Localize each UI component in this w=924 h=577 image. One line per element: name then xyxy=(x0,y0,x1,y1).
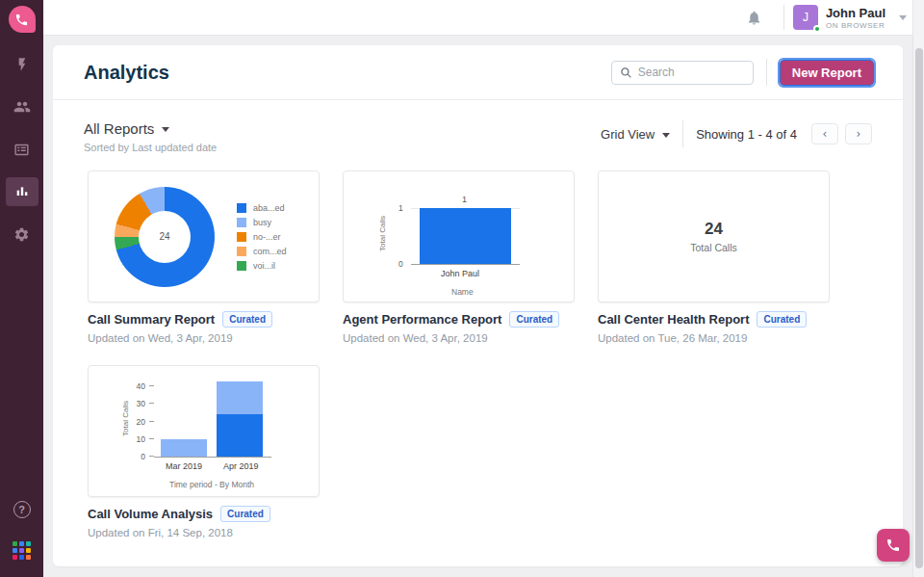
sorted-by-text: Sorted by Last updated date xyxy=(84,142,217,153)
legend-swatch xyxy=(237,203,246,213)
freshcaller-logo[interactable] xyxy=(9,6,36,33)
report-title[interactable]: Call Summary Report xyxy=(88,312,215,327)
apps-grid-dot xyxy=(13,555,17,560)
reports-filter-dropdown[interactable]: All Reports xyxy=(84,120,217,137)
donut-legend: aba...edbusyno-...ercom...edvoi...il xyxy=(237,200,287,273)
search-input[interactable] xyxy=(638,66,745,79)
report-title[interactable]: Agent Performance Report xyxy=(343,312,501,327)
legend-item: no-...er xyxy=(237,232,287,242)
apps-grid-icon[interactable] xyxy=(13,541,31,560)
sidebar: ? xyxy=(0,0,43,577)
phone-logo-icon xyxy=(14,13,29,27)
legend-item: voi...il xyxy=(237,261,287,271)
view-select-dropdown[interactable]: Grid View xyxy=(601,127,670,142)
stacked-bar-plot-area: 010203040 xyxy=(154,381,271,458)
report-updated-text: Updated on Wed, 3 Apr, 2019 xyxy=(343,332,575,344)
x-tick: John Paul xyxy=(441,269,479,278)
sidebar-item-team[interactable] xyxy=(6,92,38,121)
y-axis-title: Total Calls xyxy=(378,216,387,251)
y-tick-mark xyxy=(149,438,154,439)
y-axis-title: Total Calls xyxy=(121,401,130,436)
apps-grid-dot xyxy=(13,548,17,553)
analytics-bar-chart-icon xyxy=(14,184,30,199)
apps-grid-dot xyxy=(26,555,31,560)
search-icon xyxy=(620,66,638,79)
y-tick: 40 xyxy=(137,381,145,391)
analytics-panel: Analytics New Report All Reports Sorted xyxy=(53,45,903,566)
curated-badge: Curated xyxy=(509,311,559,328)
view-select-label: Grid View xyxy=(601,127,654,142)
call-volume-chart-thumbnail[interactable]: Total Calls 010203040 Mar 2019 Apr 2019 … xyxy=(88,365,320,497)
lightning-icon xyxy=(14,57,30,72)
report-updated-text: Updated on Wed, 3 Apr, 2019 xyxy=(88,332,320,344)
topbar: J John Paul ON BROWSER xyxy=(43,0,912,36)
apps-grid-dot xyxy=(13,541,17,546)
team-icon xyxy=(13,98,31,116)
donut-center-label: 24 xyxy=(159,231,169,242)
report-title[interactable]: Call Volume Analysis xyxy=(88,507,213,521)
help-icon[interactable]: ? xyxy=(13,501,31,518)
contact-card-icon xyxy=(13,142,30,158)
topbar-divider xyxy=(783,5,784,30)
y-tick-mark xyxy=(149,421,154,422)
apps-grid-dot xyxy=(26,548,31,553)
search-box[interactable] xyxy=(611,61,754,85)
avatar[interactable]: J xyxy=(793,5,818,30)
sidebar-item-analytics[interactable] xyxy=(6,177,38,206)
bar-john-paul xyxy=(420,208,511,264)
panel-header: Analytics New Report xyxy=(53,45,903,100)
bar-plot-area: 1 0 1 xyxy=(411,208,520,265)
reports-filter-label: All Reports xyxy=(84,120,154,137)
y-tick-mark xyxy=(149,456,154,457)
legend-item: aba...ed xyxy=(237,203,287,213)
legend-label: voi...il xyxy=(253,261,275,271)
bar-segment xyxy=(217,414,263,457)
header-divider xyxy=(766,59,767,86)
user-status: ON BROWSER xyxy=(826,21,886,30)
next-page-button[interactable]: › xyxy=(845,123,872,144)
legend-item: busy xyxy=(237,218,287,227)
scrollbar-thumb[interactable] xyxy=(915,48,923,568)
page-title: Analytics xyxy=(84,62,169,84)
y-tick: 10 xyxy=(137,434,145,444)
legend-label: aba...ed xyxy=(253,203,285,213)
report-card-call-volume: Total Calls 010203040 Mar 2019 Apr 2019 … xyxy=(88,365,320,538)
avatar-initial: J xyxy=(803,11,808,24)
legend-label: com...ed xyxy=(253,247,287,256)
toolbar: All Reports Sorted by Last updated date … xyxy=(53,100,903,153)
y-tick-mark xyxy=(149,403,154,404)
scrollbar-track[interactable] xyxy=(912,0,924,577)
chevron-down-icon[interactable] xyxy=(899,15,907,20)
stacked-bar-apr-2019 xyxy=(217,381,263,457)
x-axis-title: Time period - By Month xyxy=(169,480,254,489)
curated-badge: Curated xyxy=(222,311,272,328)
legend-swatch xyxy=(237,232,246,242)
phone-dialer-button[interactable] xyxy=(877,529,910,562)
legend-swatch xyxy=(237,261,246,271)
sidebar-item-contacts[interactable] xyxy=(6,135,38,164)
call-center-health-chart-thumbnail[interactable]: 24 Total Calls xyxy=(598,170,830,302)
y-tick-mark xyxy=(149,385,154,386)
report-updated-text: Updated on Fri, 14 Sep, 2018 xyxy=(88,527,320,538)
x-tick: Apr 2019 xyxy=(223,461,259,471)
x-tick: Mar 2019 xyxy=(166,461,202,471)
notification-bell-icon[interactable] xyxy=(746,10,762,26)
filter-caret-icon xyxy=(162,127,169,132)
sidebar-item-settings[interactable] xyxy=(6,220,38,249)
user-name: John Paul xyxy=(826,6,886,20)
y-tick: 20 xyxy=(137,417,145,427)
sidebar-item-lightning[interactable] xyxy=(6,50,38,79)
new-report-button[interactable]: New Report xyxy=(780,60,874,86)
legend-label: busy xyxy=(253,218,271,227)
report-card-call-summary: 24 aba...edbusyno-...ercom...edvoi...il … xyxy=(88,170,320,344)
call-summary-chart-thumbnail[interactable]: 24 aba...edbusyno-...ercom...edvoi...il xyxy=(88,170,320,302)
x-axis-title: Name xyxy=(451,287,474,297)
y-tick: 0 xyxy=(141,452,145,461)
report-title[interactable]: Call Center Health Report xyxy=(598,312,749,327)
agent-performance-chart-thumbnail[interactable]: Total Calls 1 0 1 John Paul Name xyxy=(343,170,575,302)
phone-icon xyxy=(886,538,901,553)
scorecard-label: Total Calls xyxy=(690,242,736,253)
prev-page-button[interactable]: ‹ xyxy=(811,123,838,144)
user-menu[interactable]: John Paul ON BROWSER xyxy=(826,6,886,30)
curated-badge: Curated xyxy=(757,311,807,328)
